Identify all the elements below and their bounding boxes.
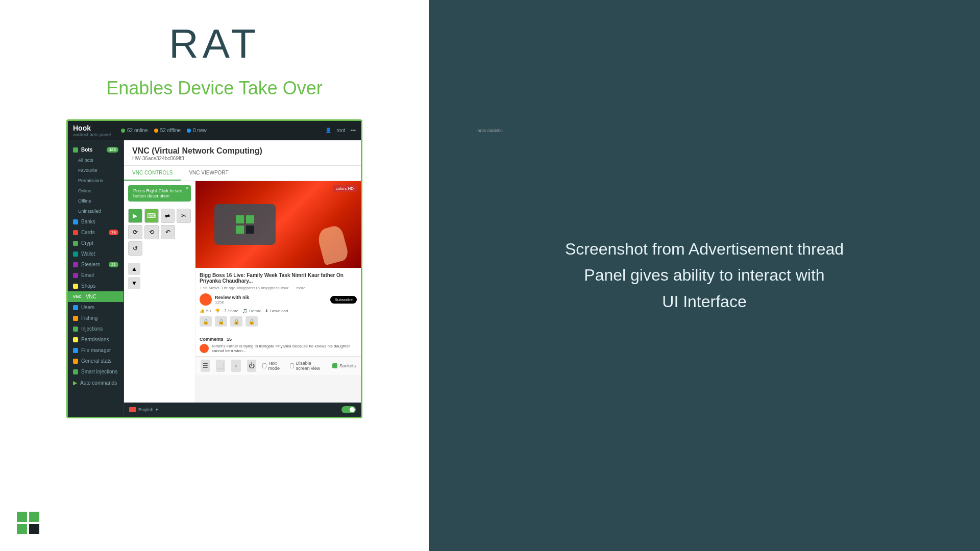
- subscribe-button[interactable]: Subscribe: [330, 296, 357, 304]
- cards-icon: [73, 230, 78, 235]
- yt-meta: 1.9K views 3 hr ago #biggboss16 #biggbos…: [200, 286, 357, 290]
- ctrl-btn-1[interactable]: ▶: [128, 209, 142, 223]
- stats-bar: 62 online 52 offline 0 new: [121, 128, 207, 133]
- power-icon[interactable]: ⏻: [247, 360, 256, 372]
- sidebar-item-bots[interactable]: Bots 185: [68, 144, 124, 155]
- text-mode-checkbox[interactable]: [262, 363, 266, 368]
- square-icon[interactable]: ⬜: [216, 360, 225, 372]
- comment-item: Nimrit's Father is trying to instigate P…: [200, 344, 357, 353]
- vnc-id: HW-36ace324bc069ff3: [132, 156, 353, 161]
- share-icon: ⤴: [224, 309, 226, 313]
- vnc-right-panel: colors HD: [195, 181, 361, 403]
- tooltip-box: Press Right-Click to see button descript…: [128, 185, 191, 202]
- main-area: Bots 185 All bots Favourite Permissions …: [68, 140, 361, 417]
- top-bar: Hook android bots panel bots statistic 6…: [68, 121, 361, 140]
- text-mode-item: Text mode: [262, 361, 284, 371]
- sidebar-item-smart-injections[interactable]: Smart injections: [68, 366, 124, 377]
- yt-lock-row: 🔒 🔒 🔒 🔒: [200, 316, 357, 327]
- menu-icon[interactable]: ☰: [201, 360, 210, 372]
- nav-arrows: ▲ ▼: [128, 263, 191, 289]
- crypt-icon: [73, 241, 78, 246]
- sidebar-item-email[interactable]: Email: [68, 270, 124, 281]
- banks-icon: [73, 219, 78, 224]
- btn-row-3: ↺: [128, 241, 191, 256]
- offline-stat: 52 offline: [154, 128, 181, 133]
- tooltip-close-icon[interactable]: ✕: [185, 186, 189, 191]
- sidebar-item-fishing[interactable]: Fishing: [68, 313, 124, 323]
- permissions-icon: [73, 337, 78, 342]
- loading-icon: [235, 214, 255, 235]
- sidebar-item-users[interactable]: Users: [68, 302, 124, 313]
- vnc-content: Press Right-Click to see button descript…: [124, 181, 361, 403]
- bottom-controls-bar: ☰ ⬜ ‹ ⏻ Text mode Disable s: [195, 356, 361, 375]
- nav-down-icon[interactable]: ▼: [128, 277, 140, 289]
- file-manager-icon: [73, 348, 78, 353]
- vnc-tabs: VNC CONTROLS VNC VIEWPORT: [124, 166, 361, 181]
- tab-vnc-controls[interactable]: VNC CONTROLS: [124, 166, 181, 181]
- sidebar-item-vnc[interactable]: VNC VNC: [68, 291, 124, 302]
- sockets-checkbox[interactable]: [332, 363, 337, 368]
- sidebar-item-injections[interactable]: Injections: [68, 323, 124, 334]
- download-action[interactable]: ⬇ Download: [265, 309, 288, 313]
- sub-count: 135K: [215, 300, 249, 305]
- svg-rect-3: [246, 226, 254, 234]
- ctrl-btn-7[interactable]: ↶: [161, 225, 175, 239]
- comment-avatar: [200, 344, 209, 353]
- remix-action[interactable]: 🎵 Remix: [242, 309, 261, 313]
- wallet-icon: [73, 252, 78, 257]
- dislike-action[interactable]: 👎: [215, 309, 220, 313]
- fishing-icon: [73, 316, 78, 321]
- sidebar-item-shops[interactable]: Shops: [68, 281, 124, 291]
- sidebar-item-all-bots[interactable]: All bots: [68, 155, 124, 165]
- status-bar: English ▾: [124, 403, 361, 417]
- sidebar-item-online[interactable]: Online: [68, 186, 124, 196]
- theme-toggle[interactable]: [341, 406, 356, 413]
- back-icon[interactable]: ‹: [231, 360, 240, 372]
- loading-overlay: [214, 204, 276, 245]
- hand-graphic: [316, 224, 350, 266]
- sidebar-item-stealers[interactable]: Stealers 21: [68, 259, 124, 270]
- left-section: RAT Enables Device Take Over Hook androi…: [0, 0, 429, 551]
- download-icon: ⬇: [265, 309, 268, 313]
- nav-up-icon[interactable]: ▲: [128, 263, 140, 275]
- share-action[interactable]: ⤴ Share: [224, 309, 238, 313]
- sidebar-item-cards[interactable]: Cards 78: [68, 227, 124, 238]
- terminal-icon: ▶: [73, 380, 77, 386]
- sidebar-item-auto-commands[interactable]: ▶ Auto commands: [68, 377, 124, 389]
- svg-rect-2: [236, 226, 244, 234]
- lock-icon-2: 🔒: [215, 316, 227, 327]
- online-dot: [121, 129, 125, 133]
- brand-logo: Hook android bots panel: [73, 124, 111, 137]
- sidebar-item-general-stats[interactable]: General stats: [68, 356, 124, 366]
- sidebar-item-offline[interactable]: Offline: [68, 196, 124, 206]
- bots-icon: [73, 147, 78, 153]
- ctrl-btn-scissors[interactable]: ✂: [177, 209, 191, 223]
- yt-title: Bigg Boss 16 Live: Family Week Task Nimr…: [200, 272, 357, 284]
- sidebar-item-wallet[interactable]: Wallet: [68, 248, 124, 259]
- hook-logo-svg: [16, 511, 40, 535]
- sidebar-item-permissions2[interactable]: Permissions: [68, 334, 124, 345]
- lock-icon-3: 🔒: [230, 316, 242, 327]
- tab-vnc-viewport[interactable]: VNC VIEWPORT: [181, 166, 236, 181]
- sidebar-item-banks[interactable]: Banks: [68, 216, 124, 227]
- sidebar-item-uninstalled[interactable]: Uninstalled: [68, 206, 124, 216]
- sidebar-item-favourite[interactable]: Favourite: [68, 165, 124, 176]
- language-selector[interactable]: English ▾: [129, 407, 158, 412]
- disable-screen-checkbox[interactable]: [290, 363, 294, 368]
- yt-channel-row: Review with nik 135K Subscribe: [200, 293, 357, 306]
- more-icon[interactable]: •••: [350, 128, 356, 133]
- channel-avatar: [200, 293, 212, 306]
- comments-section: Comments 15 Nimrit's Father is trying to…: [195, 334, 361, 356]
- sidebar-item-file-manager[interactable]: File manager: [68, 345, 124, 356]
- youtube-section: Bigg Boss 16 Live: Family Week Task Nimr…: [195, 268, 361, 334]
- comments-title: Comments 15: [200, 337, 357, 342]
- ctrl-btn-8[interactable]: ↺: [128, 241, 142, 256]
- like-action[interactable]: 👍 50: [200, 309, 211, 313]
- general-stats-icon: [73, 359, 78, 364]
- ctrl-btn-6[interactable]: ⟲: [144, 225, 159, 239]
- sidebar-item-permissions[interactable]: Permissions: [68, 176, 124, 186]
- ctrl-btn-2[interactable]: ⌨: [144, 209, 159, 223]
- ctrl-btn-5[interactable]: ⟳: [128, 225, 142, 239]
- sidebar-item-crypt[interactable]: Crypt: [68, 238, 124, 248]
- ctrl-btn-3[interactable]: ⇌: [161, 209, 175, 223]
